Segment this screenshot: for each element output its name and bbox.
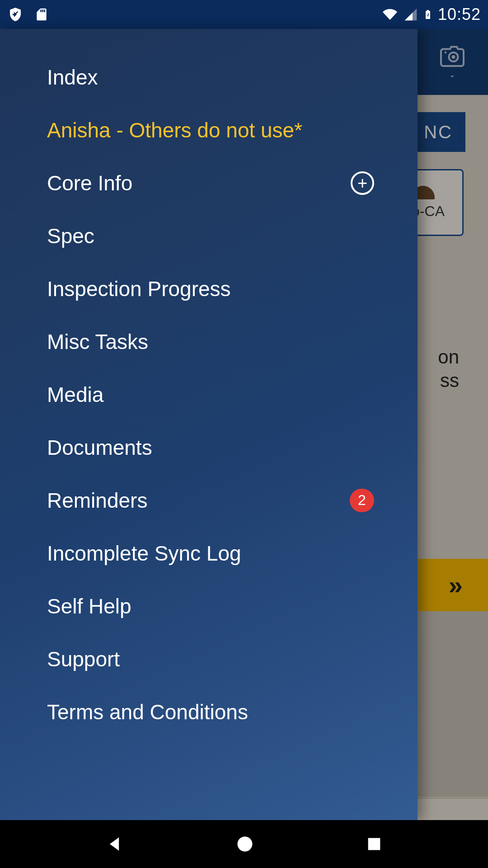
sync-button[interactable]: NC bbox=[411, 112, 465, 152]
drawer-item-support[interactable]: Support bbox=[0, 632, 418, 685]
drawer-item-documents[interactable]: Documents bbox=[0, 421, 418, 474]
drawer-item-label: Anisha - Others do not use* bbox=[47, 118, 302, 142]
svg-point-4 bbox=[238, 837, 253, 852]
drawer-item-label: Terms and Conditions bbox=[47, 700, 248, 724]
nav-home-icon[interactable] bbox=[235, 834, 255, 854]
drawer-item-index[interactable]: Index bbox=[0, 51, 418, 104]
nav-recent-icon[interactable] bbox=[365, 835, 383, 853]
screen: 10:52 NC Co-CA on ss » Index bbox=[0, 0, 488, 868]
chevron-down-icon bbox=[446, 72, 459, 80]
nav-back-icon[interactable] bbox=[105, 834, 125, 854]
drawer-item-inspection-progress[interactable]: Inspection Progress bbox=[0, 262, 418, 315]
battery-charging-icon bbox=[422, 5, 433, 24]
status-bar: 10:52 bbox=[0, 0, 488, 29]
background-text: on ss bbox=[438, 345, 459, 392]
status-time: 10:52 bbox=[438, 5, 481, 24]
drawer-item-misc-tasks[interactable]: Misc Tasks bbox=[0, 315, 418, 368]
drawer-item-media[interactable]: Media bbox=[0, 368, 418, 421]
drawer-item-label: Core Info bbox=[47, 171, 132, 195]
svg-point-2 bbox=[452, 55, 455, 59]
plus-circle-icon bbox=[351, 171, 374, 195]
android-nav-bar bbox=[0, 820, 488, 868]
drawer-item-spec[interactable]: Spec bbox=[0, 209, 418, 262]
status-right: 10:52 bbox=[381, 5, 481, 24]
shield-icon bbox=[7, 5, 23, 24]
drawer-item-label: Index bbox=[47, 65, 98, 90]
drawer-item-terms[interactable]: Terms and Conditions bbox=[0, 685, 418, 738]
drawer-item-label: Self Help bbox=[47, 594, 131, 618]
drawer-item-label: Inspection Progress bbox=[47, 277, 231, 301]
double-chevron-right-icon: » bbox=[449, 571, 463, 600]
drawer-item-label: Media bbox=[47, 382, 103, 407]
sd-card-icon bbox=[34, 5, 49, 24]
drawer-item-label: Misc Tasks bbox=[47, 330, 148, 354]
svg-rect-5 bbox=[368, 838, 380, 850]
drawer-item-self-help[interactable]: Self Help bbox=[0, 580, 418, 632]
drawer-item-incomplete-sync-log[interactable]: Incomplete Sync Log bbox=[0, 527, 418, 580]
drawer-item-label: Incomplete Sync Log bbox=[47, 541, 241, 566]
svg-point-3 bbox=[445, 52, 447, 54]
drawer-item-badge-wrap: 2 bbox=[350, 489, 374, 512]
bg-text-line1: on bbox=[438, 345, 459, 369]
drawer-item-label: Reminders bbox=[47, 488, 147, 513]
navigation-drawer: Index Anisha - Others do not use* Core I… bbox=[0, 29, 418, 820]
reminder-count-badge: 2 bbox=[350, 489, 374, 512]
drawer-item-label: Spec bbox=[47, 224, 94, 248]
sync-button-label: NC bbox=[424, 122, 453, 142]
status-left bbox=[7, 5, 49, 24]
camera-icon bbox=[435, 43, 470, 71]
drawer-item-action[interactable] bbox=[351, 171, 374, 195]
drawer-item-reminders[interactable]: Reminders 2 bbox=[0, 474, 418, 527]
drawer-item-core-info[interactable]: Core Info bbox=[0, 156, 418, 209]
camera-dropdown[interactable] bbox=[435, 43, 470, 80]
bg-text-line2: ss bbox=[438, 369, 459, 392]
signal-icon bbox=[404, 7, 418, 22]
drawer-item-label: Documents bbox=[47, 435, 152, 460]
wifi-icon bbox=[381, 7, 399, 22]
drawer-item-anisha[interactable]: Anisha - Others do not use* bbox=[0, 104, 418, 156]
drawer-item-label: Support bbox=[47, 647, 120, 671]
